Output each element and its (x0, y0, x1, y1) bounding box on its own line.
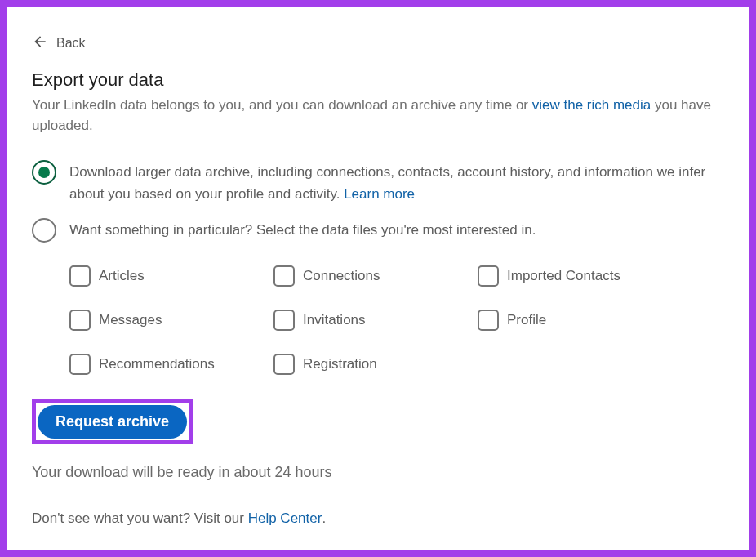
checkbox-recommendations[interactable]: Recommendations (69, 354, 273, 375)
checkbox-box[interactable] (478, 265, 499, 287)
checkbox-label: Registration (303, 356, 377, 372)
download-status: Your download will be ready in about 24 … (32, 464, 724, 481)
checkbox-label: Invitations (303, 312, 366, 328)
checkbox-box[interactable] (69, 310, 91, 331)
checkbox-messages[interactable]: Messages (69, 310, 273, 331)
checkbox-connections[interactable]: Connections (273, 265, 478, 287)
subtitle-pre: Your LinkedIn data belongs to you, and y… (32, 97, 532, 113)
rich-media-link[interactable]: view the rich media (532, 97, 651, 113)
checkbox-label: Articles (99, 268, 145, 284)
checkbox-label: Connections (303, 268, 380, 284)
checkbox-articles[interactable]: Articles (69, 265, 273, 287)
radio-full-archive[interactable] (32, 160, 56, 185)
back-label: Back (56, 36, 86, 51)
checkbox-box[interactable] (273, 354, 295, 375)
highlight-annotation: Request archive (32, 399, 193, 444)
checkbox-label: Recommendations (99, 356, 215, 372)
settings-panel: Back Export your data Your LinkedIn data… (7, 7, 749, 550)
checkbox-box[interactable] (69, 354, 91, 375)
checkbox-invitations[interactable]: Invitations (273, 310, 478, 331)
checkbox-label: Profile (507, 312, 546, 328)
radio-dot-icon (38, 167, 50, 178)
option-full-archive[interactable]: Download larger data archive, including … (32, 160, 724, 205)
checkbox-profile[interactable]: Profile (478, 310, 682, 331)
help-line: Don't see what you want? Visit our Help … (32, 510, 724, 527)
request-archive-button[interactable]: Request archive (38, 405, 187, 439)
page-title: Export your data (32, 69, 724, 91)
checkbox-label: Imported Contacts (507, 268, 620, 284)
checkbox-box[interactable] (478, 310, 499, 331)
checkbox-imported-contacts[interactable]: Imported Contacts (478, 265, 682, 287)
option-particular[interactable]: Want something in particular? Select the… (32, 218, 724, 243)
checkbox-label: Messages (99, 312, 162, 328)
checkbox-registration[interactable]: Registration (273, 354, 478, 375)
checkbox-box[interactable] (273, 265, 295, 287)
page-subtitle: Your LinkedIn data belongs to you, and y… (32, 96, 724, 136)
option-full-text: Download larger data archive, including … (69, 160, 724, 205)
arrow-left-icon (32, 33, 48, 53)
radio-particular[interactable] (32, 218, 56, 243)
help-pre: Don't see what you want? Visit our (32, 510, 248, 526)
help-post: . (322, 510, 326, 526)
checkbox-box[interactable] (69, 265, 91, 287)
help-center-link[interactable]: Help Center (248, 510, 322, 526)
checkbox-box[interactable] (273, 310, 295, 331)
option-particular-text: Want something in particular? Select the… (69, 218, 536, 241)
back-button[interactable]: Back (32, 33, 724, 53)
learn-more-link[interactable]: Learn more (344, 186, 415, 202)
checkbox-grid: Articles Connections Imported Contacts M… (69, 265, 724, 375)
